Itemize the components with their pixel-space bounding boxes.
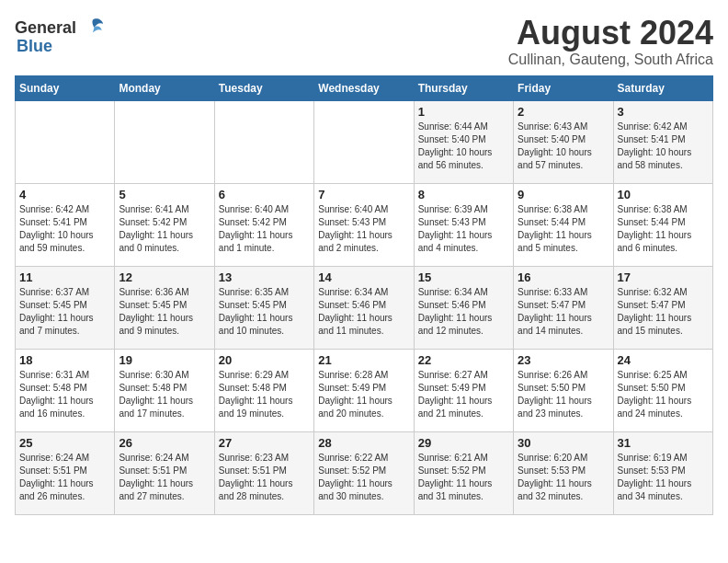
header-thursday: Thursday: [414, 75, 513, 100]
day-info: Sunrise: 6:35 AM Sunset: 5:45 PM Dayligh…: [219, 286, 310, 338]
day-number: 26: [119, 436, 210, 450]
calendar-cell: [115, 100, 214, 183]
calendar-body: 1Sunrise: 6:44 AM Sunset: 5:40 PM Daylig…: [16, 100, 713, 514]
day-number: 14: [318, 270, 409, 284]
logo-text-general: General: [15, 18, 76, 38]
day-info: Sunrise: 6:42 AM Sunset: 5:41 PM Dayligh…: [618, 121, 709, 172]
calendar-cell: 19Sunrise: 6:30 AM Sunset: 5:48 PM Dayli…: [115, 349, 214, 431]
day-number: 25: [19, 436, 110, 450]
calendar-cell: 26Sunrise: 6:24 AM Sunset: 5:51 PM Dayli…: [115, 431, 214, 514]
day-info: Sunrise: 6:20 AM Sunset: 5:53 PM Dayligh…: [518, 452, 609, 503]
day-info: Sunrise: 6:19 AM Sunset: 5:53 PM Dayligh…: [618, 452, 709, 503]
day-info: Sunrise: 6:37 AM Sunset: 5:45 PM Dayligh…: [19, 286, 110, 338]
day-info: Sunrise: 6:38 AM Sunset: 5:44 PM Dayligh…: [518, 203, 609, 255]
calendar-cell: 20Sunrise: 6:29 AM Sunset: 5:48 PM Dayli…: [214, 349, 313, 431]
calendar-cell: 25Sunrise: 6:24 AM Sunset: 5:51 PM Dayli…: [16, 431, 115, 514]
day-number: 12: [119, 270, 210, 284]
day-info: Sunrise: 6:33 AM Sunset: 5:47 PM Dayligh…: [518, 286, 609, 338]
day-number: 23: [518, 353, 609, 367]
calendar-cell: 16Sunrise: 6:33 AM Sunset: 5:47 PM Dayli…: [514, 266, 613, 349]
day-info: Sunrise: 6:39 AM Sunset: 5:43 PM Dayligh…: [418, 203, 509, 255]
calendar-cell: 21Sunrise: 6:28 AM Sunset: 5:49 PM Dayli…: [314, 349, 414, 431]
calendar-cell: 11Sunrise: 6:37 AM Sunset: 5:45 PM Dayli…: [16, 266, 115, 349]
day-info: Sunrise: 6:40 AM Sunset: 5:42 PM Dayligh…: [219, 203, 310, 255]
day-info: Sunrise: 6:36 AM Sunset: 5:45 PM Dayligh…: [119, 286, 210, 338]
day-info: Sunrise: 6:21 AM Sunset: 5:52 PM Dayligh…: [418, 452, 509, 503]
calendar-cell: 1Sunrise: 6:44 AM Sunset: 5:40 PM Daylig…: [414, 100, 513, 183]
day-number: 18: [19, 353, 110, 367]
calendar-cell: 22Sunrise: 6:27 AM Sunset: 5:49 PM Dayli…: [414, 349, 513, 431]
calendar-cell: 5Sunrise: 6:41 AM Sunset: 5:42 PM Daylig…: [115, 183, 214, 266]
day-number: 10: [618, 188, 709, 201]
day-number: 8: [418, 188, 509, 201]
week-row-2: 11Sunrise: 6:37 AM Sunset: 5:45 PM Dayli…: [16, 266, 713, 349]
day-number: 15: [418, 270, 509, 284]
calendar-cell: 29Sunrise: 6:21 AM Sunset: 5:52 PM Dayli…: [414, 431, 513, 514]
calendar-cell: [16, 100, 115, 183]
day-info: Sunrise: 6:28 AM Sunset: 5:49 PM Dayligh…: [318, 369, 409, 420]
calendar-cell: [214, 100, 313, 183]
logo-bird-icon: [80, 15, 106, 40]
calendar-cell: 31Sunrise: 6:19 AM Sunset: 5:53 PM Dayli…: [613, 431, 712, 514]
day-number: 3: [618, 105, 709, 119]
calendar-cell: 27Sunrise: 6:23 AM Sunset: 5:51 PM Dayli…: [214, 431, 313, 514]
day-number: 1: [418, 105, 509, 119]
day-info: Sunrise: 6:23 AM Sunset: 5:51 PM Dayligh…: [219, 452, 310, 503]
page-header: General Blue August 2024 Cullinan, Gaute…: [15, 15, 713, 68]
calendar-cell: 3Sunrise: 6:42 AM Sunset: 5:41 PM Daylig…: [613, 100, 712, 183]
calendar-cell: 2Sunrise: 6:43 AM Sunset: 5:40 PM Daylig…: [514, 100, 613, 183]
day-number: 7: [318, 188, 409, 201]
day-info: Sunrise: 6:27 AM Sunset: 5:49 PM Dayligh…: [418, 369, 509, 420]
week-row-1: 4Sunrise: 6:42 AM Sunset: 5:41 PM Daylig…: [16, 183, 713, 266]
calendar-cell: 15Sunrise: 6:34 AM Sunset: 5:46 PM Dayli…: [414, 266, 513, 349]
day-info: Sunrise: 6:26 AM Sunset: 5:50 PM Dayligh…: [518, 369, 609, 420]
title-area: August 2024 Cullinan, Gauteng, South Afr…: [508, 15, 713, 68]
calendar-cell: 7Sunrise: 6:40 AM Sunset: 5:43 PM Daylig…: [314, 183, 414, 266]
day-info: Sunrise: 6:29 AM Sunset: 5:48 PM Dayligh…: [219, 369, 310, 420]
calendar-cell: [314, 100, 414, 183]
logo: General Blue: [15, 15, 106, 56]
calendar-cell: 8Sunrise: 6:39 AM Sunset: 5:43 PM Daylig…: [414, 183, 513, 266]
calendar-table: SundayMondayTuesdayWednesdayThursdayFrid…: [15, 75, 713, 515]
day-number: 30: [518, 436, 609, 450]
day-number: 6: [219, 188, 310, 201]
calendar-cell: 30Sunrise: 6:20 AM Sunset: 5:53 PM Dayli…: [514, 431, 613, 514]
day-number: 19: [119, 353, 210, 367]
day-info: Sunrise: 6:34 AM Sunset: 5:46 PM Dayligh…: [418, 286, 509, 338]
calendar-header: SundayMondayTuesdayWednesdayThursdayFrid…: [16, 75, 713, 100]
day-info: Sunrise: 6:30 AM Sunset: 5:48 PM Dayligh…: [119, 369, 210, 420]
day-number: 31: [618, 436, 709, 450]
day-info: Sunrise: 6:24 AM Sunset: 5:51 PM Dayligh…: [119, 452, 210, 503]
day-info: Sunrise: 6:24 AM Sunset: 5:51 PM Dayligh…: [19, 452, 110, 503]
page-title: August 2024: [508, 15, 713, 52]
day-number: 9: [518, 188, 609, 201]
week-row-3: 18Sunrise: 6:31 AM Sunset: 5:48 PM Dayli…: [16, 349, 713, 431]
calendar-cell: 10Sunrise: 6:38 AM Sunset: 5:44 PM Dayli…: [613, 183, 712, 266]
calendar-cell: 12Sunrise: 6:36 AM Sunset: 5:45 PM Dayli…: [115, 266, 214, 349]
header-friday: Friday: [514, 75, 613, 100]
calendar-cell: 23Sunrise: 6:26 AM Sunset: 5:50 PM Dayli…: [514, 349, 613, 431]
day-info: Sunrise: 6:22 AM Sunset: 5:52 PM Dayligh…: [318, 452, 409, 503]
calendar-cell: 9Sunrise: 6:38 AM Sunset: 5:44 PM Daylig…: [514, 183, 613, 266]
day-number: 20: [219, 353, 310, 367]
day-info: Sunrise: 6:31 AM Sunset: 5:48 PM Dayligh…: [19, 369, 110, 420]
header-row: SundayMondayTuesdayWednesdayThursdayFrid…: [16, 75, 713, 100]
day-number: 24: [618, 353, 709, 367]
week-row-0: 1Sunrise: 6:44 AM Sunset: 5:40 PM Daylig…: [16, 100, 713, 183]
header-tuesday: Tuesday: [214, 75, 313, 100]
day-number: 17: [618, 270, 709, 284]
day-number: 2: [518, 105, 609, 119]
day-number: 29: [418, 436, 509, 450]
calendar-cell: 17Sunrise: 6:32 AM Sunset: 5:47 PM Dayli…: [613, 266, 712, 349]
day-number: 13: [219, 270, 310, 284]
day-info: Sunrise: 6:38 AM Sunset: 5:44 PM Dayligh…: [618, 203, 709, 255]
day-info: Sunrise: 6:25 AM Sunset: 5:50 PM Dayligh…: [618, 369, 709, 420]
day-number: 21: [318, 353, 409, 367]
day-info: Sunrise: 6:32 AM Sunset: 5:47 PM Dayligh…: [618, 286, 709, 338]
calendar-cell: 14Sunrise: 6:34 AM Sunset: 5:46 PM Dayli…: [314, 266, 414, 349]
calendar-cell: 6Sunrise: 6:40 AM Sunset: 5:42 PM Daylig…: [214, 183, 313, 266]
day-info: Sunrise: 6:41 AM Sunset: 5:42 PM Dayligh…: [119, 203, 210, 255]
day-number: 27: [219, 436, 310, 450]
header-monday: Monday: [115, 75, 214, 100]
day-info: Sunrise: 6:42 AM Sunset: 5:41 PM Dayligh…: [19, 203, 110, 255]
